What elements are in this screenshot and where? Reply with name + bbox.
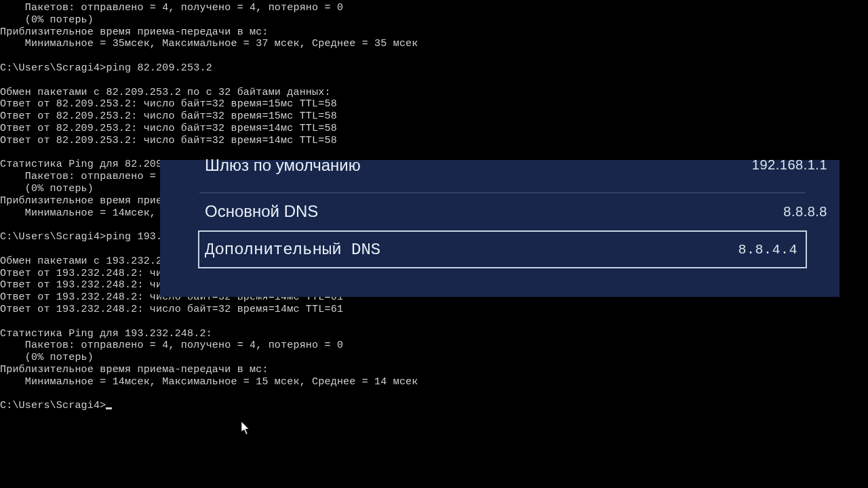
secondary-dns-value: 8.8.4.4	[738, 242, 806, 258]
network-settings-overlay: Шлюз по умолчанию 192.168.1.1 Основной D…	[160, 160, 840, 297]
mouse-cursor-icon	[241, 422, 250, 434]
gateway-label: Шлюз по умолчанию	[167, 156, 361, 175]
row-primary-dns[interactable]: Основной DNS 8.8.8.8	[160, 192, 840, 230]
divider	[199, 192, 806, 193]
gateway-value: 192.168.1.1	[752, 157, 833, 173]
row-secondary-dns[interactable]: Дополнительный DNS 8.8.4.4	[198, 230, 807, 268]
primary-dns-label: Основной DNS	[167, 202, 318, 221]
primary-dns-value: 8.8.8.8	[783, 204, 833, 220]
secondary-dns-label: Дополнительный DNS	[199, 241, 380, 259]
row-default-gateway[interactable]: Шлюз по умолчанию 192.168.1.1	[160, 160, 840, 192]
